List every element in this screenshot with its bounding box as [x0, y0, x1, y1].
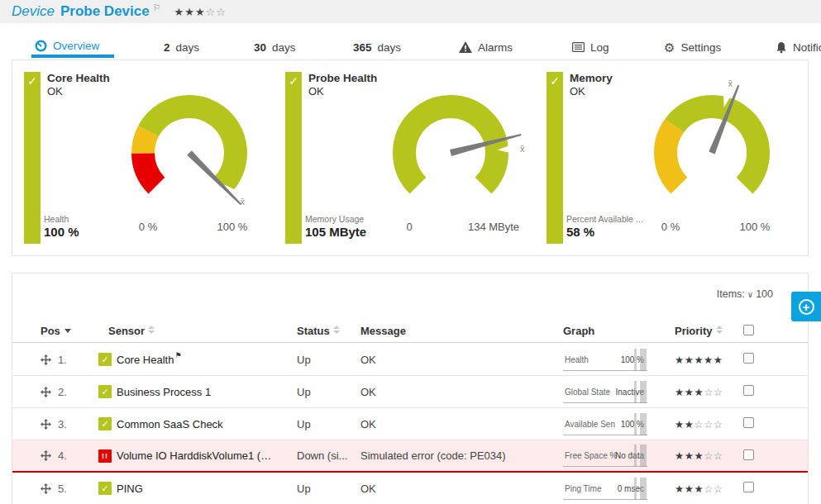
svg-text:0 %: 0 %	[661, 221, 680, 233]
sensor-mini-graph[interactable]: Ping Time 0 msec	[563, 478, 647, 500]
row-checkbox[interactable]	[743, 385, 754, 396]
column-header-sensor[interactable]: Sensor	[98, 325, 297, 337]
tab-2-days[interactable]: 2 days	[164, 36, 199, 58]
sensor-status-text: Down (si...	[297, 449, 360, 462]
sort-desc-icon	[64, 329, 71, 333]
tab-label: Settings	[680, 41, 721, 54]
svg-text:134 MByte: 134 MByte	[468, 221, 519, 233]
sort-icon	[716, 326, 723, 334]
priority-stars[interactable]: ★★★☆☆	[675, 483, 743, 495]
svg-text:x̄: x̄	[241, 197, 246, 207]
svg-text:0: 0	[406, 221, 412, 233]
move-handle-icon[interactable]	[41, 483, 51, 494]
table-row[interactable]: 2. ✓ Business Process 1 Up OK Global Sta…	[12, 376, 808, 408]
column-header-message[interactable]: Message	[360, 325, 563, 337]
select-all-checkbox[interactable]	[743, 325, 754, 335]
metric-value: 58 %	[566, 225, 594, 239]
row-checkbox[interactable]	[743, 449, 754, 460]
items-label: Items:	[717, 288, 745, 300]
prtg-device-page: Device Probe Device ⚐ ★★★☆☆ Overview 2 d…	[0, 0, 821, 504]
sensor-status-icon: ✓	[98, 482, 112, 495]
tab-settings[interactable]: ⚙ Settings	[664, 36, 721, 58]
sensor-mini-graph[interactable]: Global State Inactive	[563, 381, 647, 403]
move-handle-icon[interactable]	[41, 387, 51, 397]
gauge-title: Memory	[570, 72, 613, 84]
sensor-mini-graph[interactable]: Free Space % No data	[563, 445, 647, 467]
tab-alarms[interactable]: Alarms	[459, 36, 513, 58]
tab-label: Log	[590, 41, 609, 54]
add-button[interactable]: +	[791, 292, 821, 321]
sensor-name-link[interactable]: Business Process 1	[117, 386, 211, 398]
metric-value: 105 MByte	[305, 225, 366, 239]
move-handle-icon[interactable]	[41, 450, 51, 461]
column-header-priority[interactable]: Priority	[675, 325, 743, 337]
mini-graph-bar	[640, 381, 647, 403]
stars-filled: ★★★	[174, 6, 206, 18]
mini-graph-bar	[640, 478, 647, 500]
flag-outline-icon[interactable]: ⚐	[153, 2, 161, 13]
mini-graph-label: Available Sen	[565, 420, 615, 429]
tab-30-days[interactable]: 30 days	[254, 36, 296, 58]
gauge-icon	[35, 40, 47, 52]
items-per-page-control[interactable]: Items:∨100	[717, 288, 773, 300]
mini-graph-bar	[640, 349, 647, 371]
move-handle-icon[interactable]	[41, 419, 51, 430]
gauge-tile-probe-health[interactable]: ✓ Probe Health OK x̄0134 MByte Memory Us…	[285, 72, 547, 244]
table-row[interactable]: 1. ✓ Core Health ⚑ Up OK Health 100 % ★★…	[12, 344, 808, 376]
tab-label: days	[378, 41, 402, 54]
priority-stars[interactable]: ★★★☆☆	[675, 386, 743, 398]
plus-icon: +	[799, 299, 814, 315]
table-row[interactable]: 4. !! Volume IO HarddiskVolume1 (si... D…	[12, 440, 808, 473]
tab-notifications[interactable]: Notific	[776, 36, 821, 58]
tab-number: 365	[353, 41, 372, 54]
priority-stars[interactable]: ★★☆☆☆	[675, 418, 743, 430]
metric-label: Health	[44, 214, 69, 224]
gauge-tile-core-health[interactable]: ✓ Core Health OK x̄0 %100 % Health 100 %	[24, 72, 285, 244]
sensor-name-link[interactable]: Volume IO HarddiskVolume1 (si...	[117, 449, 274, 462]
gauge-tile-memory[interactable]: ✓ Memory OK x̄0 %100 % Percent Available…	[547, 72, 808, 244]
tab-365-days[interactable]: 365 days	[353, 36, 401, 58]
table-body: 1. ✓ Core Health ⚑ Up OK Health 100 % ★★…	[12, 344, 808, 504]
priority-stars[interactable]: ★★★★★	[675, 354, 743, 366]
sensor-status-text: Up	[297, 354, 360, 366]
mini-graph-bar	[634, 413, 637, 435]
sensor-status-icon: ✓	[98, 353, 112, 366]
sensor-name-link[interactable]: PING	[117, 483, 143, 495]
sensor-mini-graph[interactable]: Available Sen 100 %	[563, 413, 647, 435]
column-header-status[interactable]: Status	[297, 325, 360, 337]
sensor-status-icon: !!	[98, 449, 112, 463]
tab-label: days	[176, 41, 200, 54]
check-icon: ✓	[27, 74, 37, 88]
table-header-row: Pos Sensor Status Message Graph Priority	[12, 320, 808, 343]
device-priority-rating[interactable]: ★★★☆☆	[174, 6, 227, 18]
device-name[interactable]: Probe Device	[60, 3, 150, 20]
sensor-status-text: Up	[297, 483, 360, 495]
column-header-pos[interactable]: Pos	[41, 325, 98, 337]
check-icon: ✓	[550, 74, 560, 88]
tab-overview[interactable]: Overview	[31, 36, 114, 58]
mini-graph-bar	[640, 413, 647, 435]
move-handle-icon[interactable]	[41, 354, 51, 365]
chevron-down-icon: ∨	[747, 290, 753, 299]
table-row[interactable]: 5. ✓ PING Up OK Ping Time 0 msec ★★★☆☆	[12, 473, 808, 504]
row-checkbox[interactable]	[743, 353, 754, 364]
sensor-mini-graph[interactable]: Health 100 %	[563, 349, 647, 371]
gauge-status: OK	[570, 85, 585, 97]
warning-icon	[459, 41, 472, 53]
sensor-status-icon: ✓	[98, 385, 112, 398]
sensor-name-link[interactable]: Common SaaS Check	[117, 418, 223, 430]
tab-log[interactable]: Log	[572, 36, 609, 58]
gauge-status: OK	[308, 85, 324, 97]
position-number: 1.	[58, 354, 67, 366]
tab-number: 30	[254, 41, 266, 54]
table-row[interactable]: 3. ✓ Common SaaS Check Up OK Available S…	[12, 408, 808, 440]
sensor-name-link[interactable]: Core Health	[117, 354, 174, 366]
row-checkbox[interactable]	[743, 417, 754, 428]
priority-stars[interactable]: ★★★☆☆	[675, 449, 743, 462]
bell-icon	[776, 41, 787, 54]
metric-label: Memory Usage	[305, 214, 364, 224]
sensor-table-panel: Items:∨100 Pos Sensor Status Message Gra…	[12, 273, 809, 504]
row-checkbox[interactable]	[743, 482, 754, 492]
sensor-message: OK	[360, 483, 563, 495]
sensor-message: OK	[360, 354, 563, 366]
